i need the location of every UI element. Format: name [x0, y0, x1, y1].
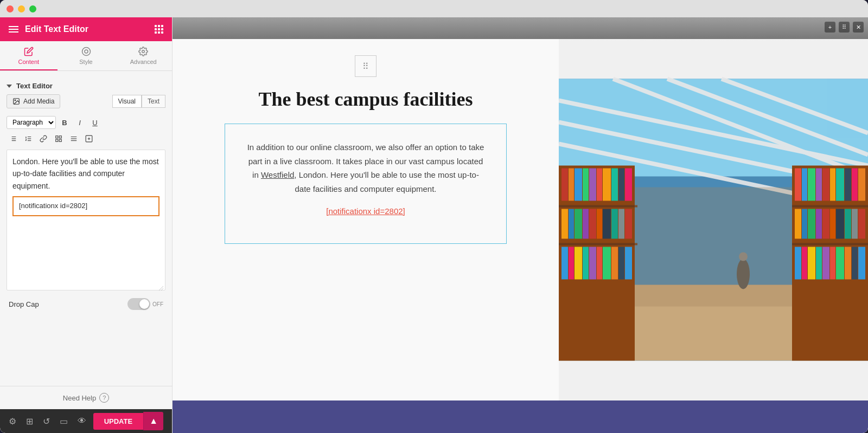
list-unordered-button[interactable] [7, 132, 20, 145]
svg-rect-57 [597, 247, 602, 280]
svg-point-1 [85, 50, 88, 53]
svg-rect-40 [618, 169, 624, 201]
svg-rect-58 [603, 247, 611, 280]
library-svg [559, 39, 868, 400]
svg-rect-75 [808, 209, 815, 239]
tab-content-label: Content [18, 59, 40, 65]
visual-tab[interactable]: Visual [112, 95, 142, 108]
svg-rect-63 [795, 169, 801, 201]
close-widget-button[interactable]: ✕ [853, 22, 864, 33]
svg-rect-38 [603, 169, 611, 201]
svg-rect-80 [845, 209, 851, 239]
shortcode-link[interactable]: [notificationx id=2802] [326, 206, 405, 216]
text-editor-content[interactable]: London. Here you'll be able to use the m… [7, 150, 165, 222]
svg-rect-84 [802, 247, 807, 280]
tab-advanced[interactable]: Advanced [114, 41, 172, 70]
tab-content[interactable]: Content [0, 41, 58, 70]
tab-style[interactable]: Style [58, 41, 115, 70]
more-button[interactable] [52, 132, 65, 145]
align-button[interactable] [67, 132, 80, 145]
svg-rect-89 [836, 247, 844, 280]
svg-rect-87 [822, 247, 829, 280]
svg-rect-81 [852, 209, 858, 239]
add-media-icon [12, 98, 20, 105]
grid-icon[interactable] [155, 25, 163, 34]
panel-title: Edit Text Editor [25, 24, 88, 34]
svg-rect-69 [836, 169, 844, 201]
list-ordered-button[interactable] [22, 132, 35, 145]
svg-rect-61 [625, 247, 632, 280]
toolbar-row: Add Media Visual Text [7, 94, 165, 113]
svg-rect-76 [816, 209, 822, 239]
panel-tabs: Content Style Advanced [0, 41, 172, 71]
library-image-container [559, 39, 868, 400]
svg-rect-47 [597, 209, 602, 239]
library-photo [559, 39, 868, 400]
svg-rect-54 [575, 247, 582, 280]
svg-rect-85 [808, 247, 815, 280]
panel-header: Edit Text Editor [0, 17, 172, 41]
strip-controls: + ⠿ ✕ [825, 22, 864, 33]
settings-icon[interactable]: ⚙ [9, 416, 16, 426]
svg-rect-53 [569, 247, 574, 280]
svg-rect-59 [611, 247, 618, 280]
move-widget-button[interactable]: ⠿ [839, 22, 850, 33]
panel-content: Text Editor Add Media Visual [0, 71, 172, 386]
left-panel: Edit Text Editor Content [0, 17, 173, 433]
bottom-bar: ⚙ ⊞ ↺ ▭ 👁 UPDATE ▲ [0, 409, 172, 433]
bottom-bar-tools: ⚙ ⊞ ↺ ▭ 👁 [9, 416, 86, 426]
link-button[interactable] [37, 132, 50, 145]
svg-rect-68 [830, 169, 835, 201]
svg-rect-70 [845, 169, 851, 201]
svg-rect-48 [603, 209, 611, 239]
svg-rect-45 [583, 209, 589, 239]
bold-button[interactable]: B [58, 116, 71, 129]
eye-icon[interactable]: 👁 [78, 416, 86, 426]
svg-rect-66 [816, 169, 822, 201]
add-media-button[interactable]: Add Media [7, 94, 60, 108]
bottom-bar-update: UPDATE ▲ [93, 412, 163, 430]
campus-heading: The best campus facilities [259, 88, 473, 111]
need-help-section[interactable]: Need Help ? [0, 386, 172, 409]
text-editor-area[interactable]: London. Here you'll be able to use the m… [7, 150, 165, 290]
svg-rect-72 [858, 169, 865, 201]
svg-rect-74 [802, 209, 807, 239]
text-tab[interactable]: Text [142, 95, 165, 108]
svg-rect-15 [59, 136, 61, 138]
screen-icon[interactable]: ▭ [60, 416, 68, 426]
content-left: ⠿ The best campus facilities In addition… [173, 39, 559, 400]
svg-rect-39 [611, 169, 618, 201]
svg-rect-92 [858, 247, 865, 280]
tab-style-label: Style [79, 59, 92, 65]
italic-button[interactable]: I [73, 116, 86, 129]
westfield-link[interactable]: Westfield [261, 170, 294, 179]
update-button[interactable]: UPDATE [93, 413, 143, 430]
resize-handle[interactable] [158, 283, 164, 289]
tab-advanced-label: Advanced [130, 59, 157, 65]
help-icon: ? [99, 393, 109, 403]
minimize-button[interactable] [18, 5, 25, 12]
svg-rect-56 [589, 247, 596, 280]
text-editor-section-header[interactable]: Text Editor [7, 77, 165, 94]
toggle-state-label: OFF [152, 301, 163, 307]
svg-rect-50 [618, 209, 624, 239]
top-image-strip: + ⠿ ✕ [173, 17, 868, 39]
drop-cap-toggle[interactable]: OFF [127, 298, 163, 310]
layers-icon[interactable]: ⊞ [26, 416, 33, 426]
svg-rect-52 [561, 247, 568, 280]
update-arrow-button[interactable]: ▲ [143, 412, 163, 430]
add-widget-button[interactable]: + [825, 22, 835, 33]
hamburger-menu-icon[interactable] [9, 26, 18, 33]
widget-handle[interactable]: ⠿ [355, 55, 376, 77]
close-button[interactable] [7, 5, 14, 12]
maximize-button[interactable] [29, 5, 36, 12]
svg-rect-49 [611, 209, 618, 239]
svg-rect-33 [569, 169, 574, 201]
underline-button[interactable]: U [88, 116, 101, 129]
svg-rect-34 [575, 169, 582, 201]
paragraph-select[interactable]: Paragraph Heading 1 Heading 2 [7, 116, 56, 129]
special-char-button[interactable] [82, 132, 95, 145]
svg-rect-71 [852, 169, 858, 201]
svg-rect-41 [625, 169, 632, 201]
history-icon[interactable]: ↺ [43, 416, 50, 426]
